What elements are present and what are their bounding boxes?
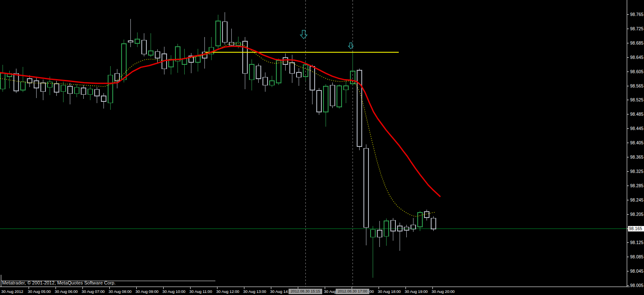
price-label: 98.045	[630, 269, 644, 274]
candle	[330, 82, 335, 108]
candle-body	[431, 218, 436, 229]
candle-body	[34, 81, 39, 88]
price-label: 98.565	[630, 84, 644, 88]
candle-body	[61, 85, 66, 91]
candle-body	[317, 90, 321, 112]
candle-body	[196, 56, 200, 62]
candle	[216, 15, 220, 49]
candle-body	[115, 73, 119, 81]
price-label: 98.605	[630, 69, 644, 74]
candle-body	[330, 85, 335, 106]
candle-body	[337, 86, 342, 107]
candle	[115, 69, 119, 88]
time-label-day: 30 Aug 2012	[1, 289, 23, 294]
time-label: 30 Aug 07:00	[82, 289, 105, 294]
candle-body	[344, 86, 348, 90]
candle	[276, 58, 281, 85]
bid-price-label: 98.165	[629, 226, 642, 231]
candle	[148, 33, 153, 58]
time-label: 30 Aug 12:00	[216, 289, 239, 294]
candle	[404, 225, 409, 238]
candle-body	[243, 41, 247, 73]
candle-body	[357, 70, 362, 146]
candle-body	[391, 221, 395, 231]
time-label: 30 Aug 09:00	[135, 289, 159, 294]
candle	[122, 40, 126, 82]
candle-body	[270, 81, 274, 85]
candle	[88, 86, 93, 100]
candle-body	[263, 77, 268, 85]
price-label: 98.005	[630, 283, 644, 288]
session-time-label-1515: 2012.08.30 15:15	[289, 289, 322, 294]
candle	[95, 87, 99, 103]
candle-body	[310, 66, 315, 90]
session-time-text: 2012.08.30 17:00	[338, 289, 367, 293]
candle-body	[290, 63, 294, 73]
candle	[377, 221, 382, 247]
candle	[371, 226, 375, 278]
candle	[317, 88, 321, 115]
candle-body	[122, 44, 126, 80]
price-label: 98.405	[630, 141, 644, 145]
candle-body	[364, 148, 368, 227]
candle-body	[95, 89, 99, 96]
candlestick-chart-canvas[interactable]: 98.76598.72598.68598.64598.60598.56598.5…	[0, 0, 644, 295]
candle-body	[142, 40, 146, 54]
candle	[418, 211, 422, 231]
candle	[202, 37, 207, 69]
candle-body	[283, 58, 288, 64]
candle	[41, 80, 45, 100]
price-label: 98.085	[630, 255, 644, 259]
candle	[344, 79, 348, 103]
candle	[142, 33, 146, 56]
candle	[0, 65, 5, 92]
candle-body	[48, 82, 52, 88]
candle	[290, 55, 294, 83]
candle	[182, 49, 187, 74]
time-label: 30 Aug 10:00	[162, 289, 186, 294]
candle	[364, 144, 368, 245]
candle-body	[101, 96, 106, 102]
price-label: 98.685	[630, 41, 644, 45]
candle-body	[276, 61, 281, 83]
session-time-label-1700: 2012.08.30 17:00	[336, 289, 369, 294]
sell-arrow-icon[interactable]	[300, 30, 307, 39]
price-label: 98.285	[630, 183, 644, 188]
candle	[27, 75, 32, 87]
price-label: 98.325	[630, 169, 644, 174]
candle	[34, 78, 39, 98]
candle-body	[14, 73, 19, 91]
price-label: 98.525	[630, 98, 644, 102]
candle	[74, 84, 79, 97]
candle	[249, 59, 254, 90]
candle	[54, 81, 59, 96]
price-label: 98.485	[630, 112, 644, 117]
candle	[424, 210, 429, 220]
candle	[209, 37, 214, 60]
time-label: 30 Aug 19:00	[405, 289, 428, 294]
ma-red-line	[0, 46, 440, 197]
candle	[256, 64, 261, 83]
candle-body	[216, 21, 220, 46]
candle	[384, 218, 389, 245]
candle-body	[68, 86, 72, 94]
candle-body	[108, 75, 113, 103]
candle	[323, 84, 328, 127]
candle-body	[256, 66, 261, 79]
candle-body	[88, 89, 93, 95]
candle	[243, 37, 247, 90]
candle-body	[128, 41, 133, 42]
candle	[108, 66, 113, 110]
ma-dotted-line	[0, 43, 436, 216]
price-label: 98.765	[630, 12, 644, 17]
candle	[196, 49, 200, 72]
candle	[263, 72, 268, 92]
bid-price-box: 98.165	[628, 226, 644, 231]
candle-body	[81, 88, 86, 94]
candle	[175, 44, 180, 73]
price-label: 98.245	[630, 198, 644, 202]
price-label: 98.725	[630, 27, 644, 31]
session-time-text: 2012.08.30 15:15	[291, 289, 320, 293]
candle-body	[229, 43, 234, 45]
candle	[391, 218, 395, 241]
